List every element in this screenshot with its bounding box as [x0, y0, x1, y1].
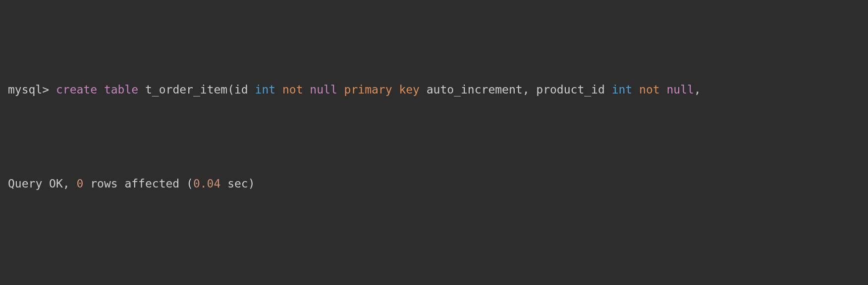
datatype-int: int [255, 83, 276, 96]
sql-line: mysql> create table t_order_item(id int … [8, 80, 860, 99]
keyword-null: null [310, 83, 337, 96]
blank-line [8, 249, 860, 268]
keyword-create: create [56, 83, 97, 96]
keyword-null: null [666, 83, 694, 96]
result-line: Query OK, 0 rows affected (0.04 sec) [8, 174, 860, 193]
terminal-output: mysql> create table t_order_item(id int … [0, 0, 868, 285]
keyword-key: key [399, 83, 420, 96]
prompt: mysql> [8, 83, 49, 96]
keyword-table: table [104, 83, 138, 96]
datatype-int: int [612, 83, 633, 96]
